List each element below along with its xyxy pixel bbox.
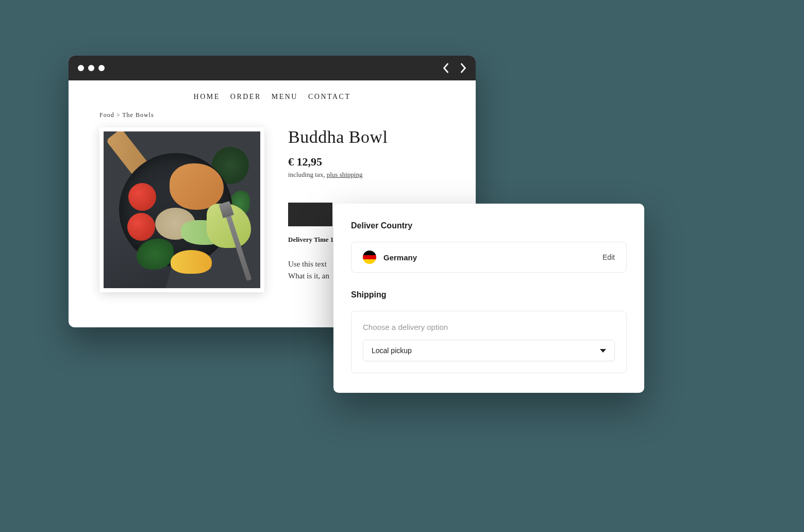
tax-prefix: including tax,	[288, 171, 327, 178]
window-dot-maximize[interactable]	[98, 65, 105, 71]
nav-menu[interactable]: MENU	[272, 93, 298, 101]
country-row: Germany Edit	[351, 242, 627, 273]
chevron-down-icon	[600, 349, 606, 353]
country-name: Germany	[383, 253, 417, 262]
window-controls	[78, 65, 105, 71]
dropdown-selected-value: Local pickup	[372, 346, 412, 355]
product-image	[99, 127, 264, 292]
breadcrumb-segment[interactable]: Food	[99, 111, 114, 119]
chevron-right-icon[interactable]	[459, 62, 466, 74]
site-nav: HOME ORDER MENU CONTACT	[69, 80, 476, 108]
window-dot-minimize[interactable]	[88, 65, 94, 71]
window-dot-close[interactable]	[78, 65, 84, 71]
shipping-heading: Shipping	[351, 290, 627, 300]
nav-contact[interactable]: CONTACT	[308, 93, 351, 101]
flag-germany-icon	[363, 251, 376, 264]
browser-nav-arrows	[443, 62, 466, 74]
add-to-cart-button[interactable]	[288, 203, 332, 226]
choose-delivery-label: Choose a delivery option	[363, 323, 615, 331]
breadcrumb-segment[interactable]: The Bowls	[122, 111, 154, 119]
product-title: Buddha Bowl	[288, 127, 445, 147]
nav-home[interactable]: HOME	[194, 93, 220, 101]
shipping-link[interactable]: plus shipping	[327, 171, 363, 178]
country-selected: Germany	[363, 251, 417, 264]
breadcrumb: Food > The Bowls	[69, 108, 476, 122]
shipping-box: Choose a delivery option Local pickup	[351, 311, 627, 373]
breadcrumb-separator: >	[116, 111, 121, 119]
bowl-illustration	[104, 131, 260, 288]
tax-note: including tax, plus shipping	[288, 171, 445, 179]
shipping-overlay-card: Deliver Country Germany Edit Shipping Ch…	[333, 204, 644, 393]
nav-order[interactable]: ORDER	[230, 93, 261, 101]
product-price: € 12,95	[288, 155, 445, 169]
delivery-option-dropdown[interactable]: Local pickup	[363, 340, 615, 361]
browser-titlebar	[69, 56, 476, 80]
deliver-country-heading: Deliver Country	[351, 221, 627, 230]
edit-country-link[interactable]: Edit	[602, 253, 615, 261]
chevron-left-icon[interactable]	[443, 62, 450, 74]
